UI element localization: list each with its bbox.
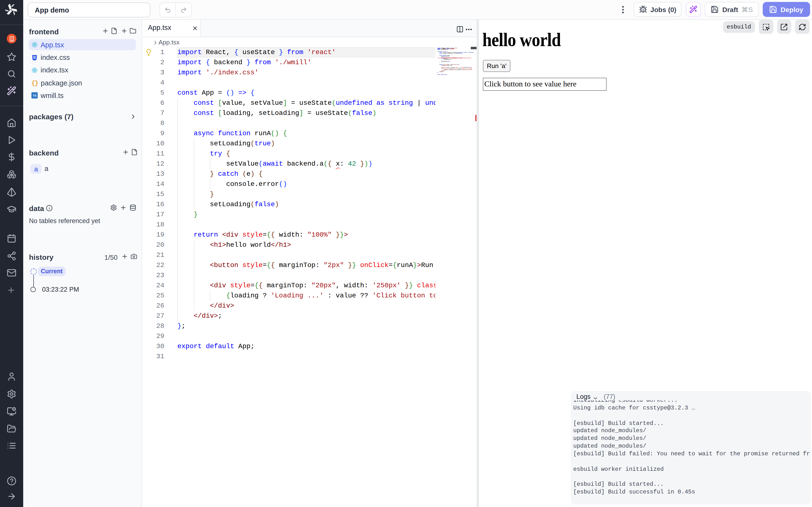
svg-text:TS: TS bbox=[33, 95, 37, 97]
